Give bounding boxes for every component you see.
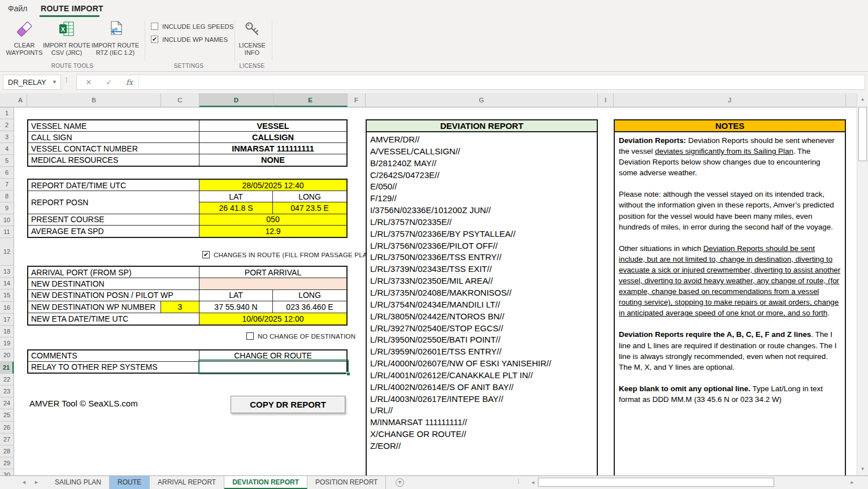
new-destination-value[interactable] [199, 278, 346, 289]
no-change-destination-checkbox[interactable]: NO CHANGE OF DESTINATION [246, 331, 355, 341]
row-header-21[interactable]: 21 [0, 362, 14, 374]
report-long-header: LONG [273, 191, 346, 202]
row-header-19[interactable]: 19 [0, 337, 14, 349]
no-change-checkbox-box[interactable] [246, 332, 254, 340]
selected-cell-outline[interactable] [198, 360, 349, 374]
report-datetime-value[interactable]: 28/05/2025 12:40 [199, 180, 346, 191]
column-header-I[interactable]: I [598, 93, 614, 107]
wp-number-value[interactable]: 3 [161, 301, 199, 313]
vertical-scroll-thumb[interactable] [858, 107, 867, 161]
ribbon-tab-route-import[interactable]: ROUTE IMPORT [41, 4, 103, 13]
tab-scroll-split-handle[interactable]: ⁞ [518, 478, 519, 484]
column-header-F[interactable]: F [348, 93, 366, 107]
call-sign-value[interactable]: CALLSIGN [199, 132, 346, 143]
row-header-28[interactable]: 28 [0, 445, 14, 457]
clear-waypoints-button[interactable]: CLEAR WAYPOINTS [3, 20, 45, 57]
include-leg-speeds-checkbox[interactable]: INCLUDE LEG SPEEDS [151, 21, 234, 31]
row-header-25[interactable]: 25 [0, 409, 14, 422]
scroll-right-arrow[interactable]: ► [848, 477, 857, 488]
new-eta-label: NEW ETA DATE/TIME UTC [28, 313, 199, 324]
row-header-27[interactable]: 27 [0, 434, 14, 445]
include-wp-names-checkbox[interactable]: ✔INCLUDE WP NAMES [151, 34, 228, 44]
present-course-value[interactable]: 050 [199, 214, 346, 226]
import-route-rtz-button[interactable]: <⊕ IMPORT ROUTE RTZ (IEC 1.2) [89, 20, 141, 57]
column-header-J[interactable]: J [614, 93, 846, 107]
row-header-23[interactable]: 23 [0, 386, 14, 397]
row-header-4[interactable]: 4 [0, 143, 14, 155]
scroll-up-arrow[interactable]: ▲ [857, 93, 868, 106]
row-header-7[interactable]: 7 [0, 179, 14, 191]
column-header-G[interactable]: G [366, 93, 598, 107]
row-header-22[interactable]: 22 [0, 374, 14, 386]
deviation-report-line: L/RL/4001N/02612E/CANAKKALE PLT IN// [370, 370, 597, 382]
row-header-10[interactable]: 10 [0, 214, 14, 226]
report-long-value[interactable]: 047 23.5 E [273, 202, 346, 214]
row-header-5[interactable]: 5 [0, 155, 14, 167]
row-header-26[interactable]: 26 [0, 422, 14, 434]
sheet-tab-sailing-plan[interactable]: SAILING PLAN [47, 476, 110, 489]
deviation-report-line: L/RL/3805N/02442E/NTOROS BN// [370, 311, 597, 323]
enter-icon[interactable]: ✓ [101, 75, 118, 89]
import-route-csv-button[interactable]: X IMPORT ROUTE CSV (JRC) [40, 20, 93, 57]
row-header-18[interactable]: 18 [0, 326, 14, 337]
cancel-icon[interactable]: ✕ [80, 75, 97, 89]
name-box[interactable]: DR_RELAY ▼ [3, 75, 61, 90]
deviation-report-line: E/050// [370, 181, 597, 193]
insert-function-icon[interactable]: fx [121, 75, 138, 89]
wp-lat-value[interactable]: 37 55.940 N [199, 301, 273, 313]
arrival-port-value[interactable]: PORT ARRIVAL [199, 267, 346, 278]
formula-bar-drag-handle[interactable]: ⁞ [66, 76, 66, 84]
column-header-A[interactable]: A [14, 93, 27, 107]
row-header-20[interactable]: 20 [0, 349, 14, 362]
scroll-left-arrow[interactable]: ◄ [528, 477, 537, 488]
row-header-6[interactable]: 6 [0, 167, 14, 179]
average-eta-spd-value[interactable]: 12.9 [199, 226, 346, 237]
row-header-24[interactable]: 24 [0, 397, 14, 409]
contact-number-value[interactable]: INMARSAT 111111111 [199, 143, 346, 154]
row-header-11[interactable]: 11 [0, 226, 14, 238]
sheet-tab-position-report[interactable]: POSITION REPORT [307, 476, 386, 489]
license-info-button[interactable]: LICENSE INFO [232, 20, 272, 57]
column-header-B[interactable]: B [27, 93, 161, 107]
row-header-30[interactable]: 30 [0, 469, 14, 475]
wp-names-checkbox-box[interactable]: ✔ [151, 36, 158, 43]
row-header-14[interactable]: 14 [0, 278, 14, 289]
sheet-nav-left-arrow[interactable]: ◄ [21, 476, 27, 489]
column-header-C[interactable]: C [161, 93, 199, 107]
row-header-13[interactable]: 13 [0, 266, 14, 278]
new-sheet-button[interactable]: + [396, 478, 404, 487]
changes-in-route-checkbox-box[interactable]: ✔ [202, 251, 210, 258]
sheet-tab-route[interactable]: ROUTE [110, 476, 150, 489]
vessel-name-value[interactable]: VESSEL [199, 120, 346, 132]
row-header-3[interactable]: 3 [0, 131, 14, 143]
new-eta-value[interactable]: 10/06/2025 12:00 [199, 313, 346, 324]
copy-dr-report-button[interactable]: COPY DR REPORT [231, 396, 345, 413]
name-box-dropdown-icon[interactable]: ▼ [52, 75, 57, 89]
row-header-2[interactable]: 2 [0, 119, 14, 131]
row-header-16[interactable]: 16 [0, 302, 14, 314]
formula-input[interactable] [144, 75, 862, 89]
column-header-D[interactable]: D [199, 93, 274, 107]
row-header-1[interactable]: 1 [0, 107, 14, 119]
name-box-value: DR_RELAY [8, 78, 46, 86]
fill-handle[interactable] [346, 372, 350, 376]
sheet-tab-arrival-report[interactable]: ARRIVAL REPORT [150, 476, 224, 489]
row-header-12[interactable]: 12 [0, 238, 14, 266]
sheet-nav-right-arrow[interactable]: ► [34, 476, 39, 489]
sheet-tab-deviation-report[interactable]: DEVIATION REPORT [224, 476, 307, 489]
row-header-9[interactable]: 9 [0, 202, 14, 214]
row-header-8[interactable]: 8 [0, 191, 14, 202]
ribbon-tab-file[interactable]: Файл [8, 4, 27, 13]
changes-in-route-checkbox[interactable]: ✔CHANGES IN ROUTE (FILL FROM PASSAGE PLA… [202, 249, 374, 259]
horizontal-scroll-thumb[interactable] [538, 478, 774, 487]
destination-table: ARRIVAL PORT (FROM SP) PORT ARRIVAL NEW … [27, 266, 348, 326]
scroll-down-arrow[interactable]: ▼ [857, 463, 868, 475]
column-header-E[interactable]: E [274, 93, 348, 107]
row-header-29[interactable]: 29 [0, 457, 14, 469]
row-header-17[interactable]: 17 [0, 314, 14, 326]
report-lat-value[interactable]: 26 41.8 S [199, 202, 273, 214]
leg-speeds-checkbox-box[interactable] [151, 23, 158, 30]
row-header-15[interactable]: 15 [0, 289, 14, 302]
medical-resources-value[interactable]: NONE [199, 154, 346, 166]
wp-long-value[interactable]: 023 36.460 E [273, 301, 346, 313]
